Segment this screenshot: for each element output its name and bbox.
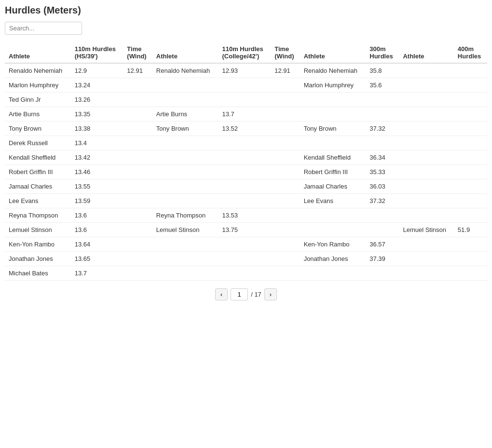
cell-athlete3: Kendall Sheffield [300, 150, 366, 165]
cell-time_wind1: 12.91 [123, 63, 152, 78]
table-row: Jonathan Jones13.65Jonathan Jones37.39 [5, 252, 487, 266]
cell-athlete1: Ted Ginn Jr [5, 93, 71, 107]
cell-athlete4 [399, 93, 453, 107]
cell-athlete1: Kendall Sheffield [5, 150, 71, 165]
cell-hurdles_400 [454, 136, 487, 150]
table-row: Derek Russell13.4 [5, 136, 487, 150]
cell-athlete3: Renaldo Nehemiah [300, 63, 366, 78]
cell-time_wind2 [271, 237, 300, 252]
cell-time_wind2 [271, 194, 300, 208]
cell-athlete3: Jamaal Charles [300, 179, 366, 194]
cell-hurdles_400 [454, 150, 487, 165]
cell-athlete3 [300, 136, 366, 150]
cell-time_hs: 13.55 [71, 179, 123, 194]
cell-hurdles_300 [366, 93, 399, 107]
col-hurdles-400: 400mHurdles [454, 42, 487, 63]
col-athlete1: Athlete [5, 42, 71, 63]
next-page-button[interactable]: › [264, 288, 277, 300]
cell-time_college [218, 252, 271, 266]
search-input[interactable] [5, 22, 82, 35]
cell-time_wind1 [123, 208, 152, 223]
cell-time_wind2 [271, 179, 300, 194]
table-body: Renaldo Nehemiah12.912.91Renaldo Nehemia… [5, 63, 487, 281]
cell-athlete2: Lemuel Stinson [152, 223, 219, 237]
cell-time_wind1 [123, 150, 152, 165]
cell-time_wind1 [123, 223, 152, 237]
cell-athlete2: Artie Burns [152, 107, 219, 122]
page-number-input[interactable] [231, 288, 248, 300]
prev-page-button[interactable]: ‹ [215, 288, 228, 300]
cell-athlete2 [152, 78, 219, 93]
cell-athlete4: Lemuel Stinson [399, 223, 453, 237]
cell-time_college: 13.52 [218, 122, 271, 136]
cell-athlete4 [399, 136, 453, 150]
pagination: ‹ / 17 › [5, 288, 487, 300]
cell-athlete4 [399, 107, 453, 122]
cell-athlete2 [152, 194, 219, 208]
cell-athlete4 [399, 208, 453, 223]
cell-hurdles_300: 35.6 [366, 78, 399, 93]
cell-athlete2 [152, 237, 219, 252]
cell-time_wind1 [123, 194, 152, 208]
page-total: / 17 [251, 291, 261, 298]
cell-athlete3: Ken-Yon Rambo [300, 237, 366, 252]
cell-hurdles_300: 36.34 [366, 150, 399, 165]
cell-time_wind2 [271, 150, 300, 165]
cell-time_hs: 13.35 [71, 107, 123, 122]
cell-athlete1: Jonathan Jones [5, 252, 71, 266]
table-row: Kendall Sheffield13.42Kendall Sheffield3… [5, 150, 487, 165]
table-row: Michael Bates13.7 [5, 266, 487, 281]
cell-hurdles_300: 37.39 [366, 252, 399, 266]
cell-athlete1: Reyna Thompson [5, 208, 71, 223]
cell-time_college [218, 237, 271, 252]
cell-hurdles_300: 36.03 [366, 179, 399, 194]
cell-hurdles_300: 35.33 [366, 165, 399, 179]
cell-time_wind1 [123, 78, 152, 93]
cell-hurdles_400 [454, 78, 487, 93]
cell-time_college [218, 78, 271, 93]
search-container [5, 22, 487, 35]
cell-time_wind1 [123, 179, 152, 194]
col-athlete2: Athlete [152, 42, 219, 63]
cell-hurdles_300: 37.32 [366, 194, 399, 208]
cell-hurdles_400 [454, 252, 487, 266]
cell-time_hs: 13.7 [71, 266, 123, 281]
table-row: Reyna Thompson13.6Reyna Thompson13.53 [5, 208, 487, 223]
cell-hurdles_400 [454, 237, 487, 252]
cell-athlete4 [399, 237, 453, 252]
cell-athlete3: Robert Griffin III [300, 165, 366, 179]
cell-hurdles_300 [366, 136, 399, 150]
cell-hurdles_400 [454, 107, 487, 122]
table-row: Ted Ginn Jr13.26 [5, 93, 487, 107]
cell-time_hs: 13.64 [71, 237, 123, 252]
cell-athlete3 [300, 266, 366, 281]
table-row: Artie Burns13.35Artie Burns13.7 [5, 107, 487, 122]
cell-athlete2 [152, 165, 219, 179]
cell-hurdles_300 [366, 107, 399, 122]
cell-athlete1: Derek Russell [5, 136, 71, 150]
cell-time_college [218, 179, 271, 194]
cell-time_hs: 12.9 [71, 63, 123, 78]
cell-athlete4 [399, 266, 453, 281]
table-row: Ken-Yon Rambo13.64Ken-Yon Rambo36.57 [5, 237, 487, 252]
cell-athlete2: Tony Brown [152, 122, 219, 136]
table-row: Jamaal Charles13.55Jamaal Charles36.03 [5, 179, 487, 194]
cell-time_college [218, 165, 271, 179]
cell-hurdles_300: 35.8 [366, 63, 399, 78]
cell-hurdles_400 [454, 208, 487, 223]
cell-hurdles_400 [454, 93, 487, 107]
col-time-wind2: Time(Wind) [271, 42, 300, 63]
cell-time_wind1 [123, 237, 152, 252]
col-athlete4: Athlete [399, 42, 453, 63]
table-row: Robert Griffin III13.46Robert Griffin II… [5, 165, 487, 179]
cell-hurdles_400 [454, 63, 487, 78]
cell-time_hs: 13.6 [71, 223, 123, 237]
cell-time_wind2 [271, 93, 300, 107]
cell-time_wind1 [123, 266, 152, 281]
cell-athlete4 [399, 78, 453, 93]
cell-hurdles_400 [454, 266, 487, 281]
cell-athlete1: Marlon Humphrey [5, 78, 71, 93]
cell-time_hs: 13.59 [71, 194, 123, 208]
cell-hurdles_300 [366, 208, 399, 223]
cell-athlete2: Reyna Thompson [152, 208, 219, 223]
